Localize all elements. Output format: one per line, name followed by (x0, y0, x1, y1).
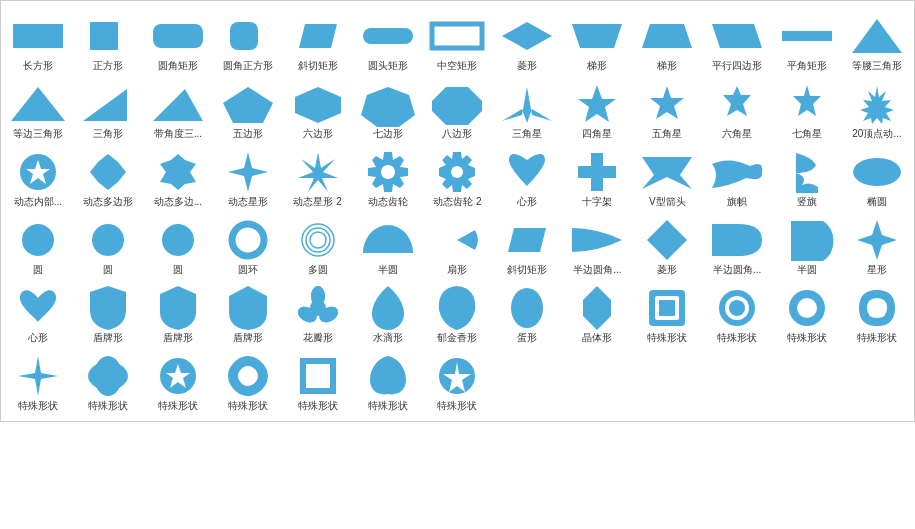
svg-rect-58 (659, 300, 675, 316)
svg-point-38 (92, 224, 124, 256)
shape-special9[interactable]: 特殊形状 (283, 347, 353, 415)
svg-point-40 (232, 224, 264, 256)
shape-rounded-rect[interactable]: 圆角矩形 (143, 7, 213, 75)
svg-point-54 (511, 288, 543, 328)
shape-heart2[interactable]: 心形 (3, 279, 73, 347)
shape-circle1[interactable]: 圆 (3, 211, 73, 279)
shape-tulip[interactable]: 郁金香形 (423, 279, 493, 347)
shape-sector[interactable]: 扇形 (423, 211, 493, 279)
svg-marker-8 (572, 24, 622, 48)
svg-rect-0 (13, 24, 63, 48)
svg-rect-11 (782, 31, 832, 41)
shape-dynamic-poly[interactable]: 动态多边形 (73, 143, 143, 211)
svg-marker-35 (642, 157, 692, 189)
shape-special2[interactable]: 特殊形状 (702, 279, 772, 347)
shape-skew-rect2[interactable]: 斜切矩形 (492, 211, 562, 279)
svg-marker-15 (153, 89, 203, 121)
shape-circle3[interactable]: 圆 (143, 211, 213, 279)
shape-flat-rect[interactable]: 平角矩形 (772, 7, 842, 75)
shape-special7[interactable]: 特殊形状 (143, 347, 213, 415)
shape-shield3[interactable]: 盾牌形 (213, 279, 283, 347)
shape-half-rounded2[interactable]: 半边圆角... (702, 211, 772, 279)
shape-parallelogram[interactable]: 平行四边形 (702, 7, 772, 75)
shape-star6[interactable]: 六角星 (702, 75, 772, 143)
svg-marker-28 (90, 154, 126, 190)
shape-circle2[interactable]: 圆 (73, 211, 143, 279)
shape-star-shape[interactable]: 星形 (842, 211, 912, 279)
svg-rect-1 (90, 22, 118, 50)
svg-marker-22 (650, 86, 684, 119)
shape-star20[interactable]: 20顶点动... (842, 75, 912, 143)
shape-special4[interactable]: 特殊形状 (842, 279, 912, 347)
svg-marker-45 (647, 220, 687, 260)
shape-half-rounded[interactable]: 半边圆角... (562, 211, 632, 279)
shape-heart[interactable]: 心形 (492, 143, 562, 211)
shape-hollow-rect[interactable]: 中空矩形 (423, 7, 493, 75)
shape-shield1[interactable]: 盾牌形 (73, 279, 143, 347)
shape-star7[interactable]: 七角星 (772, 75, 842, 143)
shape-octagon[interactable]: 八边形 (423, 75, 493, 143)
svg-rect-2 (153, 24, 203, 48)
shape-diamond2[interactable]: 菱形 (632, 211, 702, 279)
shape-eq-triangle[interactable]: 等边三角形 (3, 75, 73, 143)
shape-iso-triangle[interactable]: 等腰三角形 (842, 7, 912, 75)
svg-point-33 (451, 166, 463, 178)
shape-diamond[interactable]: 菱形 (492, 7, 562, 75)
shape-ellipse[interactable]: 椭圆 (842, 143, 912, 211)
shape-shield2[interactable]: 盾牌形 (143, 279, 213, 347)
shape-special8[interactable]: 特殊形状 (213, 347, 283, 415)
shape-flag[interactable]: 旗帜 (702, 143, 772, 211)
shape-star4[interactable]: 四角星 (562, 75, 632, 143)
shape-star3[interactable]: 三角星 (492, 75, 562, 143)
shape-vertical-flag[interactable]: 竖旗 (772, 143, 842, 211)
svg-point-36 (853, 158, 901, 186)
svg-marker-29 (160, 154, 196, 190)
shape-rect[interactable]: 长方形 (3, 7, 73, 75)
shape-multi-circle[interactable]: 多圆 (283, 211, 353, 279)
shape-cross[interactable]: 十字架 (562, 143, 632, 211)
svg-marker-31 (298, 152, 338, 192)
shape-egg[interactable]: 蛋形 (492, 279, 562, 347)
svg-rect-5 (363, 28, 413, 44)
svg-point-65 (94, 356, 122, 396)
shape-ring[interactable]: 圆环 (213, 211, 283, 279)
shape-dynamic-poly2[interactable]: 动态多边... (143, 143, 213, 211)
shape-dynamic-star[interactable]: 动态星形 (213, 143, 283, 211)
svg-marker-14 (83, 89, 127, 121)
shape-gear2[interactable]: 动态齿轮 2 (423, 143, 493, 211)
shape-square[interactable]: 正方形 (73, 7, 143, 75)
svg-marker-10 (712, 24, 762, 48)
shape-trapezoid2[interactable]: 梯形 (632, 7, 702, 75)
shape-special11[interactable]: 特殊形状 (423, 347, 493, 415)
shapes-grid: 长方形 正方形 圆角矩形 圆角正方形 斜切矩形 圆头矩形 中空矩形 菱形 梯形 … (0, 0, 915, 422)
shape-angle-triangle[interactable]: 带角度三... (143, 75, 213, 143)
shape-v-arrow[interactable]: V型箭头 (632, 143, 702, 211)
shape-half-circle2[interactable]: 半圆 (772, 211, 842, 279)
shape-rounded-square[interactable]: 圆角正方形 (213, 7, 283, 75)
svg-marker-17 (295, 87, 341, 123)
svg-marker-12 (852, 19, 902, 53)
shape-heptagon[interactable]: 七边形 (353, 75, 423, 143)
shape-dynamic-star2[interactable]: 动态星形 2 (283, 143, 353, 211)
shape-special5[interactable]: 特殊形状 (3, 347, 73, 415)
shape-dynamic-inner[interactable]: 动态内部... (3, 143, 73, 211)
shape-special3[interactable]: 特殊形状 (772, 279, 842, 347)
shape-drop[interactable]: 水滴形 (353, 279, 423, 347)
svg-marker-23 (723, 86, 751, 116)
shape-special1[interactable]: 特殊形状 (632, 279, 702, 347)
shape-skew-rect[interactable]: 斜切矩形 (283, 7, 353, 75)
shape-stadium[interactable]: 圆头矩形 (353, 7, 423, 75)
shape-special6[interactable]: 特殊形状 (73, 347, 143, 415)
shape-flower[interactable]: 花瓣形 (283, 279, 353, 347)
shape-hexagon[interactable]: 六边形 (283, 75, 353, 143)
shape-pentagon[interactable]: 五边形 (213, 75, 283, 143)
shape-half-circle[interactable]: 半圆 (353, 211, 423, 279)
shape-crystal[interactable]: 晶体形 (562, 279, 632, 347)
svg-marker-24 (793, 85, 821, 116)
shape-right-triangle[interactable]: 三角形 (73, 75, 143, 143)
shape-gear[interactable]: 动态齿轮 (353, 143, 423, 211)
svg-marker-19 (432, 87, 482, 125)
shape-star5[interactable]: 五角星 (632, 75, 702, 143)
shape-special10[interactable]: 特殊形状 (353, 347, 423, 415)
shape-trapezoid[interactable]: 梯形 (562, 7, 632, 75)
